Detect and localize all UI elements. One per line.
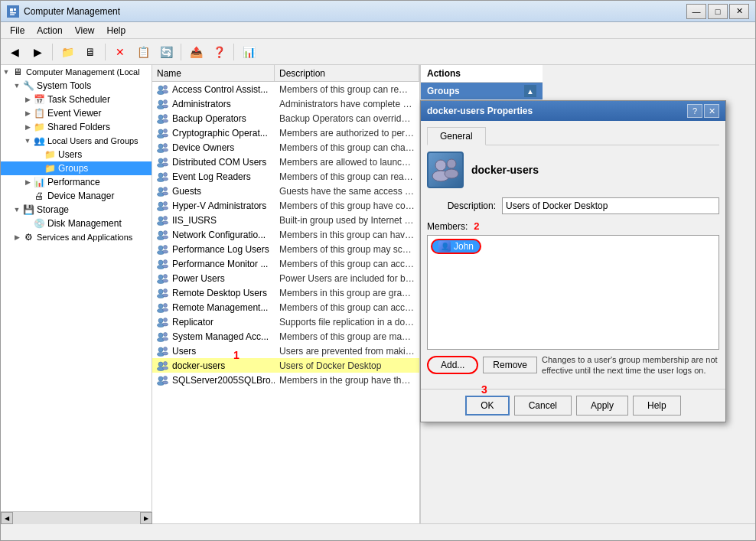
list-row[interactable]: IIS_IUSRSBuilt-in group used by Internet… xyxy=(152,213,419,227)
expand-icon-system-tools[interactable]: ▼ xyxy=(11,80,22,91)
list-row[interactable]: Power UsersPower Users are included for … xyxy=(152,271,419,285)
help-button[interactable]: Help xyxy=(633,396,681,416)
menu-help[interactable]: Help xyxy=(101,24,132,37)
col-header-name[interactable]: Name xyxy=(152,65,275,81)
apply-button[interactable]: Apply xyxy=(576,396,628,416)
scroll-right-arrow[interactable]: ▶ xyxy=(140,512,152,523)
svg-point-91 xyxy=(447,159,456,168)
svg-rect-4 xyxy=(10,14,15,15)
list-row[interactable]: System Managed Acc...Members of this gro… xyxy=(152,329,419,344)
list-row[interactable]: ReplicatorSupports file replication in a… xyxy=(152,314,419,329)
list-row[interactable]: Network Configuratio...Members in this g… xyxy=(152,227,419,242)
expand-icon-shared-folders[interactable]: ▶ xyxy=(22,122,33,132)
list-row[interactable]: Hyper-V AdministratorsMembers of this gr… xyxy=(152,198,419,213)
tree-item-groups[interactable]: 📁 Groups xyxy=(1,161,152,175)
tree-item-performance[interactable]: ▶ 📊 Performance xyxy=(1,175,152,189)
list-row[interactable]: Remote Management...Members of this grou… xyxy=(152,300,419,314)
expand-icon-storage[interactable]: ▼ xyxy=(11,204,22,215)
list-row[interactable]: Backup OperatorsBackup Operators can ove… xyxy=(152,111,419,125)
svg-point-69 xyxy=(158,318,163,323)
list-row[interactable]: Remote Desktop UsersMembers in this grou… xyxy=(152,285,419,300)
cancel-button[interactable]: Cancel xyxy=(514,396,572,416)
list-row[interactable]: AdministratorsAdministrators have comple… xyxy=(152,96,419,111)
menu-file[interactable]: File xyxy=(4,24,31,37)
back-button[interactable]: ◀ xyxy=(4,42,25,62)
forward-button[interactable]: ▶ xyxy=(27,42,48,62)
tree-item-services-apps[interactable]: ▶ ⚙ Services and Applications xyxy=(1,230,152,244)
tab-general[interactable]: General xyxy=(427,127,486,145)
services-apps-icon: ⚙ xyxy=(22,231,34,243)
group-row-icon xyxy=(157,273,169,284)
properties-button[interactable]: 📋 xyxy=(132,42,154,62)
modal-close-button[interactable]: ✕ xyxy=(704,104,719,118)
list-row[interactable]: Performance Monitor ...Members of this g… xyxy=(152,256,419,271)
tree-item-storage[interactable]: ▼ 💾 Storage xyxy=(1,203,152,217)
tree-label-task-scheduler: Task Scheduler xyxy=(47,94,110,105)
list-row[interactable]: docker-usersUsers of Docker Desktop xyxy=(152,358,419,373)
group-desc-cell: Members of this group can read e... xyxy=(275,171,419,183)
expand-icon-services-apps[interactable]: ▶ xyxy=(11,232,22,243)
list-row[interactable]: Event Log ReadersMembers of this group c… xyxy=(152,169,419,184)
tree-item-device-manager[interactable]: 🖨 Device Manager xyxy=(1,189,152,203)
tree-item-system-tools[interactable]: ▼ 🔧 System Tools xyxy=(1,79,152,93)
tree-label-services-apps: Services and Applications xyxy=(37,233,132,242)
actions-scroll-up[interactable]: ▲ xyxy=(524,85,536,97)
tree-item-task-scheduler[interactable]: ▶ 📅 Task Scheduler xyxy=(1,93,152,106)
users-folder-icon: 📁 xyxy=(44,148,56,161)
ok-button[interactable]: OK xyxy=(465,396,509,416)
menu-action[interactable]: Action xyxy=(31,24,68,37)
expand-icon-local-users[interactable]: ▼ xyxy=(22,135,33,146)
group-name-cell: SQLServer2005SQLBro... xyxy=(172,375,275,386)
stop-button[interactable]: ✕ xyxy=(109,42,131,62)
export-button[interactable]: 📤 xyxy=(185,42,207,62)
svg-point-67 xyxy=(164,303,168,307)
tree-item-root[interactable]: ▼ 🖥 Computer Management (Local xyxy=(1,65,152,79)
window-icon xyxy=(7,5,19,18)
scroll-track[interactable] xyxy=(13,512,140,523)
view-button[interactable]: 📊 xyxy=(238,42,259,62)
list-row[interactable]: Distributed COM UsersMembers are allowed… xyxy=(152,155,419,169)
svg-point-23 xyxy=(164,143,168,147)
list-row[interactable]: Access Control Assist...Members of this … xyxy=(152,82,419,96)
minimize-button[interactable]: — xyxy=(686,4,706,19)
group-name-cell: Distributed COM Users xyxy=(172,157,266,168)
help-toolbar-button[interactable]: ❓ xyxy=(208,42,230,62)
tree-item-users[interactable]: 📁 Users xyxy=(1,148,152,161)
list-row[interactable]: UsersUsers are prevented from making ... xyxy=(152,344,419,358)
tree-item-local-users[interactable]: ▼ 👥 Local Users and Groups xyxy=(1,134,152,148)
svg-point-45 xyxy=(158,231,163,236)
menu-view[interactable]: View xyxy=(69,24,101,37)
add-member-button[interactable]: Add... xyxy=(427,356,478,374)
list-row[interactable]: Performance Log UsersMembers of this gro… xyxy=(152,242,419,256)
group-desc-cell: Members are authorized to perfor... xyxy=(275,127,419,139)
maximize-button[interactable]: □ xyxy=(708,4,728,19)
group-name-cell: Power Users xyxy=(172,273,225,284)
show-hide-button[interactable]: 🖥 xyxy=(80,42,101,62)
up-button[interactable]: 📁 xyxy=(57,42,78,62)
expand-icon-task-scheduler[interactable]: ▶ xyxy=(22,94,33,105)
tree-item-shared-folders[interactable]: ▶ 📁 Shared Folders xyxy=(1,120,152,134)
close-button[interactable]: ✕ xyxy=(729,4,749,19)
expand-icon-root[interactable]: ▼ xyxy=(1,67,11,77)
svg-point-29 xyxy=(158,173,163,178)
remove-member-button[interactable]: Remove xyxy=(483,357,537,373)
list-row[interactable]: Cryptographic Operat...Members are autho… xyxy=(152,125,419,140)
refresh-button[interactable]: 🔄 xyxy=(155,42,177,62)
expand-icon-event-viewer[interactable]: ▶ xyxy=(22,108,33,119)
list-row[interactable]: Device OwnersMembers of this group can c… xyxy=(152,140,419,155)
tree-item-disk-mgmt[interactable]: 💿 Disk Management xyxy=(1,217,152,230)
tree-hscrollbar: ◀ ▶ xyxy=(1,511,152,523)
description-input[interactable] xyxy=(502,197,719,214)
svg-point-87 xyxy=(164,376,168,380)
members-list-box[interactable]: 👤 John xyxy=(427,235,719,350)
scroll-left-arrow[interactable]: ◀ xyxy=(1,512,13,523)
expand-icon-performance[interactable]: ▶ xyxy=(22,177,33,187)
list-row[interactable]: SQLServer2005SQLBro...Members in the gro… xyxy=(152,373,419,387)
col-header-desc[interactable]: Description xyxy=(275,65,419,81)
list-row[interactable]: GuestsGuests have the same access as m..… xyxy=(152,184,419,198)
modal-help-button[interactable]: ? xyxy=(687,104,702,118)
tree-item-event-viewer[interactable]: ▶ 📋 Event Viewer xyxy=(1,106,152,120)
group-name-cell: Remote Desktop Users xyxy=(172,288,267,298)
group-desc-cell: Users are prevented from making ... xyxy=(275,345,419,357)
member-item-john[interactable]: 👤 John xyxy=(431,239,481,254)
